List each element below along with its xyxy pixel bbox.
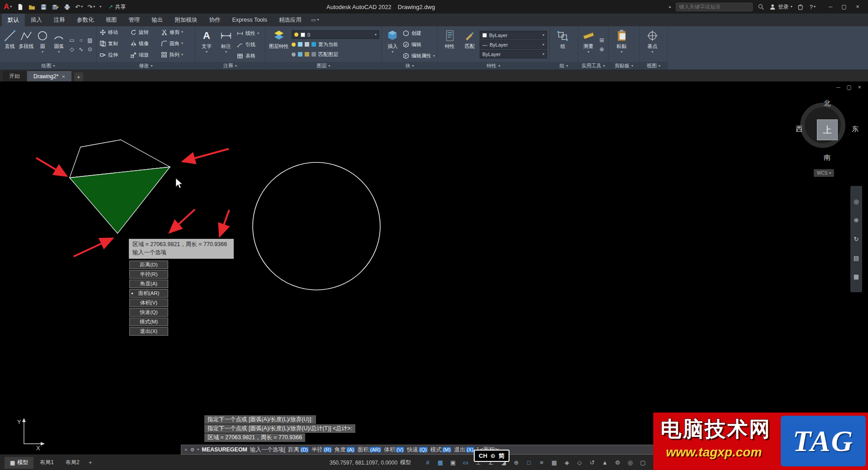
file-tab-drawing2[interactable]: Drawing2* ×	[27, 71, 71, 81]
ribbon-tab-express-tools[interactable]: Express Tools	[226, 14, 274, 26]
option-angle[interactable]: 角度(A)	[129, 280, 168, 288]
layer-unlock-icon[interactable]	[305, 52, 309, 57]
signin-button[interactable]: 登录 ▾	[769, 3, 793, 11]
arc-button[interactable]: 圆弧 ▾	[52, 28, 66, 62]
panel-label-layers[interactable]: 图层 ▾	[265, 62, 382, 70]
ribbon-tab-parametric[interactable]: 参数化	[71, 14, 100, 26]
quick-calc-icon[interactable]: ⊞	[598, 36, 606, 44]
layer-freeze-icon[interactable]	[298, 42, 302, 47]
spline-icon[interactable]: ∿	[77, 45, 85, 53]
insert-block-button[interactable]: 插入 ▾	[384, 28, 401, 62]
new-file-button[interactable]	[15, 1, 24, 12]
doc-minimize-button[interactable]: ─	[836, 84, 840, 90]
cmd-option-angle[interactable]: 角度(A)	[335, 446, 355, 454]
ribbon-tab-manage[interactable]: 管理	[123, 14, 146, 26]
object-color-dropdown[interactable]: ByLayer ▾	[480, 31, 547, 39]
minimize-button[interactable]: ─	[824, 0, 837, 14]
panel-label-utilities[interactable]: 实用工具 ▾	[578, 62, 608, 70]
panel-label-draw[interactable]: 绘图 ▾	[0, 62, 96, 70]
line-button[interactable]: 直线	[2, 28, 17, 62]
grid-icon[interactable]: #	[424, 459, 431, 466]
trim-button[interactable]: 修剪▾	[160, 28, 191, 37]
open-file-button[interactable]	[27, 1, 36, 12]
viewcube-north[interactable]: 北	[824, 99, 830, 108]
panel-label-groups[interactable]: 组 ▾	[550, 62, 578, 70]
snap-icon[interactable]: ▦	[437, 459, 444, 466]
cmd-option-quick[interactable]: 快速(Q)	[407, 446, 428, 454]
leader-button[interactable]: 引线	[236, 40, 259, 49]
qat-customize-button[interactable]: ▾	[99, 1, 102, 12]
ellipse-icon[interactable]: ○	[77, 36, 85, 44]
annotation-visibility-icon[interactable]: ▲	[601, 459, 609, 466]
rectangle-icon[interactable]: ▭	[68, 36, 76, 44]
osnap-tracking-icon[interactable]: ⊕	[513, 459, 520, 466]
properties-button[interactable]: 特性	[440, 28, 460, 62]
copy-button[interactable]: 复制	[99, 39, 130, 48]
ribbon-tab-addins[interactable]: 附加模块	[169, 14, 203, 26]
option-exit[interactable]: 退出(X)	[129, 327, 168, 336]
viewcube[interactable]: 北 西 东 南 上	[794, 96, 861, 163]
layer-lock-icon[interactable]	[305, 42, 309, 47]
ribbon-tab-insert[interactable]: 插入	[25, 14, 48, 26]
linear-dim-button[interactable]: 线性▾	[236, 29, 259, 38]
steering-wheel-icon[interactable]: ◎	[854, 198, 859, 205]
undo-button[interactable]: ↶▾	[74, 1, 84, 12]
group-button[interactable]: 组	[552, 28, 574, 62]
stretch-button[interactable]: 拉伸	[99, 50, 130, 59]
option-mode[interactable]: 模式(M)	[129, 318, 168, 326]
lineweight-icon[interactable]: ≡	[538, 459, 545, 466]
dimension-button[interactable]: 标注 ▾	[217, 28, 235, 62]
share-button[interactable]: ↗ 共享	[108, 3, 126, 11]
panel-label-annotate[interactable]: 注释 ▾	[195, 62, 265, 70]
showmotion-icon[interactable]: ▦	[854, 273, 859, 280]
ribbon-tab-annotate[interactable]: 注释	[48, 14, 71, 26]
cmd-option-exit[interactable]: 退出(X)	[454, 446, 474, 454]
transparency-icon[interactable]: ▩	[551, 459, 558, 466]
cmd-option-distance[interactable]: 距离(D)	[288, 446, 309, 454]
array-button[interactable]: 阵列▾	[160, 50, 191, 59]
app-menu-button[interactable]: A ▾	[3, 1, 13, 12]
command-close-icon[interactable]: ×	[184, 447, 187, 452]
move-button[interactable]: 移动	[99, 28, 130, 37]
option-quick[interactable]: 快速(Q)	[129, 308, 168, 317]
create-block-button[interactable]: 创建	[402, 29, 435, 38]
new-layout-button[interactable]: +	[86, 458, 95, 467]
model-space-button[interactable]: 模型	[400, 455, 411, 470]
plot-button[interactable]	[62, 1, 71, 12]
chevron-down-icon[interactable]: ▾	[197, 448, 199, 451]
wcs-menu[interactable]: WCS ▾	[814, 169, 834, 177]
close-button[interactable]: ×	[851, 0, 864, 14]
ribbon-tab-collaborate[interactable]: 协作	[203, 14, 226, 26]
ribbon-tab-featured-apps[interactable]: 精选应用	[273, 14, 307, 26]
panel-label-properties[interactable]: 特性 ▾	[438, 62, 549, 70]
dynamic-input-icon[interactable]: ▭	[462, 459, 469, 466]
layer-off-icon[interactable]	[292, 52, 296, 57]
customize-icon[interactable]: ⚙	[190, 447, 194, 453]
make-current-button[interactable]: 置为当前	[318, 40, 338, 49]
option-distance[interactable]: 距离(D)	[129, 261, 168, 269]
measure-button[interactable]: 测量 ▾	[580, 28, 596, 62]
search-expand-icon[interactable]: ▸	[669, 5, 671, 9]
search-icon[interactable]	[757, 3, 764, 10]
layout2-tab[interactable]: 布局2	[60, 457, 85, 469]
table-button[interactable]: 表格	[236, 52, 259, 61]
command-line[interactable]: × ⚙ ▾ MEASUREGEOM 输入一个选项[ 距离(D) 半径(R) 角度…	[181, 445, 687, 455]
model-tab[interactable]: ▦ 模型	[5, 457, 33, 469]
ribbon-tab-output[interactable]: 输出	[146, 14, 169, 26]
viewcube-east[interactable]: 东	[852, 125, 859, 133]
new-drawing-tab-button[interactable]: +	[74, 72, 83, 81]
zoom-icon[interactable]: ↻	[854, 236, 859, 242]
id-point-icon[interactable]: ⊕	[598, 45, 606, 53]
cmd-option-mode[interactable]: 模式(M)	[430, 446, 452, 454]
ribbon-tab-default[interactable]: 默认	[2, 14, 25, 26]
layer-walk-icon[interactable]	[311, 52, 316, 57]
osnap-3d-icon[interactable]: ◇	[576, 459, 583, 466]
viewcube-south[interactable]: 南	[824, 153, 830, 162]
isolate-objects-icon[interactable]: ◎	[627, 459, 634, 466]
ribbon-minimize-button[interactable]: ▭ ▾	[311, 14, 319, 26]
text-button[interactable]: A 文字 ▾	[198, 28, 216, 62]
point-icon[interactable]: ⊙	[86, 45, 94, 53]
save-button[interactable]	[39, 1, 48, 12]
fillet-button[interactable]: 圆角▾	[160, 39, 191, 48]
panel-label-block[interactable]: 块 ▾	[382, 62, 437, 70]
